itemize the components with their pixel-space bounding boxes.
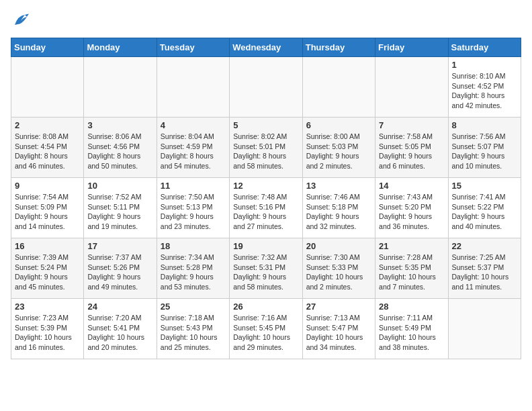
calendar-cell: 17Sunrise: 7:37 AMSunset: 5:26 PMDayligh… bbox=[84, 238, 157, 299]
day-number: 8 bbox=[452, 120, 517, 130]
calendar-cell: 10Sunrise: 7:52 AMSunset: 5:11 PMDayligh… bbox=[84, 178, 157, 238]
day-number: 27 bbox=[306, 302, 371, 312]
calendar-cell: 1Sunrise: 8:10 AMSunset: 4:52 PMDaylight… bbox=[448, 57, 521, 118]
day-number: 17 bbox=[87, 241, 152, 251]
day-info: Sunrise: 7:13 AMSunset: 5:47 PMDaylight:… bbox=[306, 313, 371, 353]
day-number: 20 bbox=[306, 241, 371, 251]
day-info: Sunrise: 7:58 AMSunset: 5:05 PMDaylight:… bbox=[379, 132, 444, 171]
calendar-cell: 21Sunrise: 7:28 AMSunset: 5:35 PMDayligh… bbox=[375, 238, 448, 299]
day-number: 6 bbox=[306, 120, 371, 130]
day-number: 2 bbox=[15, 120, 80, 130]
day-number: 3 bbox=[87, 120, 152, 130]
calendar-cell: 19Sunrise: 7:32 AMSunset: 5:31 PMDayligh… bbox=[230, 238, 302, 299]
day-info: Sunrise: 8:04 AMSunset: 4:59 PMDaylight:… bbox=[161, 132, 226, 171]
calendar-cell: 11Sunrise: 7:50 AMSunset: 5:13 PMDayligh… bbox=[157, 178, 229, 238]
day-info: Sunrise: 7:25 AMSunset: 5:37 PMDaylight:… bbox=[452, 253, 517, 292]
day-info: Sunrise: 7:43 AMSunset: 5:20 PMDaylight:… bbox=[379, 192, 444, 232]
day-info: Sunrise: 7:56 AMSunset: 5:07 PMDaylight:… bbox=[452, 132, 517, 171]
calendar-cell bbox=[11, 57, 84, 118]
day-number: 9 bbox=[15, 181, 80, 191]
day-info: Sunrise: 7:18 AMSunset: 5:43 PMDaylight:… bbox=[161, 313, 226, 353]
day-number: 26 bbox=[233, 302, 298, 312]
logo-icon bbox=[11, 11, 31, 31]
day-info: Sunrise: 7:32 AMSunset: 5:31 PMDaylight:… bbox=[233, 253, 298, 292]
calendar-cell bbox=[448, 299, 521, 359]
day-info: Sunrise: 8:10 AMSunset: 4:52 PMDaylight:… bbox=[452, 71, 517, 111]
day-number: 25 bbox=[161, 302, 226, 312]
calendar-cell: 16Sunrise: 7:39 AMSunset: 5:24 PMDayligh… bbox=[11, 238, 84, 299]
day-header-saturday: Saturday bbox=[448, 38, 521, 57]
day-number: 23 bbox=[15, 302, 80, 312]
day-info: Sunrise: 7:50 AMSunset: 5:13 PMDaylight:… bbox=[161, 192, 226, 232]
day-info: Sunrise: 7:11 AMSunset: 5:49 PMDaylight:… bbox=[379, 313, 444, 353]
day-info: Sunrise: 7:54 AMSunset: 5:09 PMDaylight:… bbox=[15, 192, 80, 232]
calendar-cell: 23Sunrise: 7:23 AMSunset: 5:39 PMDayligh… bbox=[11, 299, 84, 359]
week-row-4: 23Sunrise: 7:23 AMSunset: 5:39 PMDayligh… bbox=[11, 299, 521, 359]
day-info: Sunrise: 7:37 AMSunset: 5:26 PMDaylight:… bbox=[87, 253, 152, 292]
day-info: Sunrise: 7:28 AMSunset: 5:35 PMDaylight:… bbox=[379, 253, 444, 292]
calendar-cell bbox=[375, 57, 448, 118]
day-number: 13 bbox=[306, 181, 371, 191]
calendar-cell: 7Sunrise: 7:58 AMSunset: 5:05 PMDaylight… bbox=[375, 118, 448, 178]
day-number: 15 bbox=[452, 181, 517, 191]
day-info: Sunrise: 7:46 AMSunset: 5:18 PMDaylight:… bbox=[306, 192, 371, 232]
day-info: Sunrise: 7:48 AMSunset: 5:16 PMDaylight:… bbox=[233, 192, 298, 232]
calendar-cell: 12Sunrise: 7:48 AMSunset: 5:16 PMDayligh… bbox=[230, 178, 302, 238]
calendar-cell: 18Sunrise: 7:34 AMSunset: 5:28 PMDayligh… bbox=[157, 238, 229, 299]
day-number: 10 bbox=[87, 181, 152, 191]
day-number: 22 bbox=[452, 241, 517, 251]
calendar-cell: 9Sunrise: 7:54 AMSunset: 5:09 PMDaylight… bbox=[11, 178, 84, 238]
day-header-thursday: Thursday bbox=[302, 38, 375, 57]
calendar-cell: 28Sunrise: 7:11 AMSunset: 5:49 PMDayligh… bbox=[375, 299, 448, 359]
day-info: Sunrise: 8:00 AMSunset: 5:03 PMDaylight:… bbox=[306, 132, 371, 171]
day-info: Sunrise: 8:08 AMSunset: 4:54 PMDaylight:… bbox=[15, 132, 80, 171]
calendar-table: SundayMondayTuesdayWednesdayThursdayFrid… bbox=[11, 38, 521, 359]
day-info: Sunrise: 8:02 AMSunset: 5:01 PMDaylight:… bbox=[233, 132, 298, 171]
calendar-cell: 15Sunrise: 7:41 AMSunset: 5:22 PMDayligh… bbox=[448, 178, 521, 238]
calendar-cell bbox=[302, 57, 375, 118]
day-number: 24 bbox=[87, 302, 152, 312]
day-number: 18 bbox=[161, 241, 226, 251]
week-row-3: 16Sunrise: 7:39 AMSunset: 5:24 PMDayligh… bbox=[11, 238, 521, 299]
day-number: 11 bbox=[161, 181, 226, 191]
header bbox=[11, 11, 521, 31]
calendar-cell: 5Sunrise: 8:02 AMSunset: 5:01 PMDaylight… bbox=[230, 118, 302, 178]
day-number: 21 bbox=[379, 241, 444, 251]
calendar-cell bbox=[230, 57, 302, 118]
day-info: Sunrise: 8:06 AMSunset: 4:56 PMDaylight:… bbox=[87, 132, 152, 171]
day-number: 1 bbox=[452, 60, 517, 70]
calendar-cell: 4Sunrise: 8:04 AMSunset: 4:59 PMDaylight… bbox=[157, 118, 229, 178]
day-header-tuesday: Tuesday bbox=[157, 38, 229, 57]
day-header-sunday: Sunday bbox=[11, 38, 84, 57]
day-info: Sunrise: 7:30 AMSunset: 5:33 PMDaylight:… bbox=[306, 253, 371, 292]
day-number: 7 bbox=[379, 120, 444, 130]
day-info: Sunrise: 7:34 AMSunset: 5:28 PMDaylight:… bbox=[161, 253, 226, 292]
day-info: Sunrise: 7:41 AMSunset: 5:22 PMDaylight:… bbox=[452, 192, 517, 232]
calendar-cell: 2Sunrise: 8:08 AMSunset: 4:54 PMDaylight… bbox=[11, 118, 84, 178]
day-number: 19 bbox=[233, 241, 298, 251]
calendar-cell: 20Sunrise: 7:30 AMSunset: 5:33 PMDayligh… bbox=[302, 238, 375, 299]
calendar-cell bbox=[84, 57, 157, 118]
week-row-2: 9Sunrise: 7:54 AMSunset: 5:09 PMDaylight… bbox=[11, 178, 521, 238]
calendar-cell: 24Sunrise: 7:20 AMSunset: 5:41 PMDayligh… bbox=[84, 299, 157, 359]
day-number: 4 bbox=[161, 120, 226, 130]
calendar-cell: 27Sunrise: 7:13 AMSunset: 5:47 PMDayligh… bbox=[302, 299, 375, 359]
logo bbox=[11, 11, 34, 31]
day-number: 28 bbox=[379, 302, 444, 312]
calendar-cell: 6Sunrise: 8:00 AMSunset: 5:03 PMDaylight… bbox=[302, 118, 375, 178]
week-row-0: 1Sunrise: 8:10 AMSunset: 4:52 PMDaylight… bbox=[11, 57, 521, 118]
calendar-cell: 8Sunrise: 7:56 AMSunset: 5:07 PMDaylight… bbox=[448, 118, 521, 178]
calendar-cell: 22Sunrise: 7:25 AMSunset: 5:37 PMDayligh… bbox=[448, 238, 521, 299]
day-info: Sunrise: 7:39 AMSunset: 5:24 PMDaylight:… bbox=[15, 253, 80, 292]
day-info: Sunrise: 7:52 AMSunset: 5:11 PMDaylight:… bbox=[87, 192, 152, 232]
day-number: 5 bbox=[233, 120, 298, 130]
calendar-cell bbox=[157, 57, 229, 118]
calendar-cell: 13Sunrise: 7:46 AMSunset: 5:18 PMDayligh… bbox=[302, 178, 375, 238]
calendar-cell: 26Sunrise: 7:16 AMSunset: 5:45 PMDayligh… bbox=[230, 299, 302, 359]
day-info: Sunrise: 7:20 AMSunset: 5:41 PMDaylight:… bbox=[87, 313, 152, 353]
day-header-wednesday: Wednesday bbox=[230, 38, 302, 57]
calendar-cell: 14Sunrise: 7:43 AMSunset: 5:20 PMDayligh… bbox=[375, 178, 448, 238]
day-header-monday: Monday bbox=[84, 38, 157, 57]
week-row-1: 2Sunrise: 8:08 AMSunset: 4:54 PMDaylight… bbox=[11, 118, 521, 178]
day-info: Sunrise: 7:16 AMSunset: 5:45 PMDaylight:… bbox=[233, 313, 298, 353]
